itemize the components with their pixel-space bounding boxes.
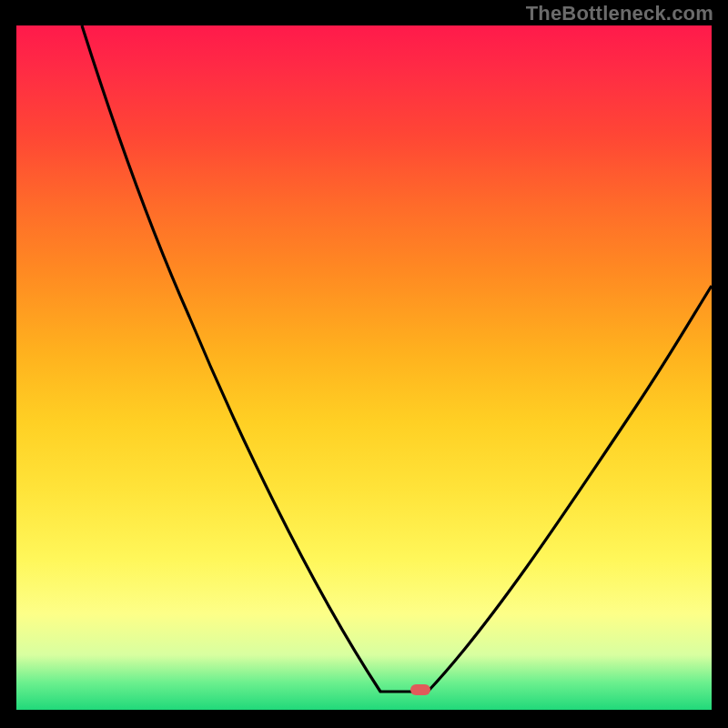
bottleneck-curve bbox=[16, 25, 712, 710]
curve-right-branch bbox=[428, 286, 712, 692]
plot-area bbox=[16, 25, 712, 710]
optimum-marker bbox=[410, 684, 430, 695]
curve-left-branch bbox=[82, 25, 428, 692]
chart-frame: TheBottleneck.com bbox=[0, 0, 728, 728]
watermark-text: TheBottleneck.com bbox=[526, 2, 713, 25]
